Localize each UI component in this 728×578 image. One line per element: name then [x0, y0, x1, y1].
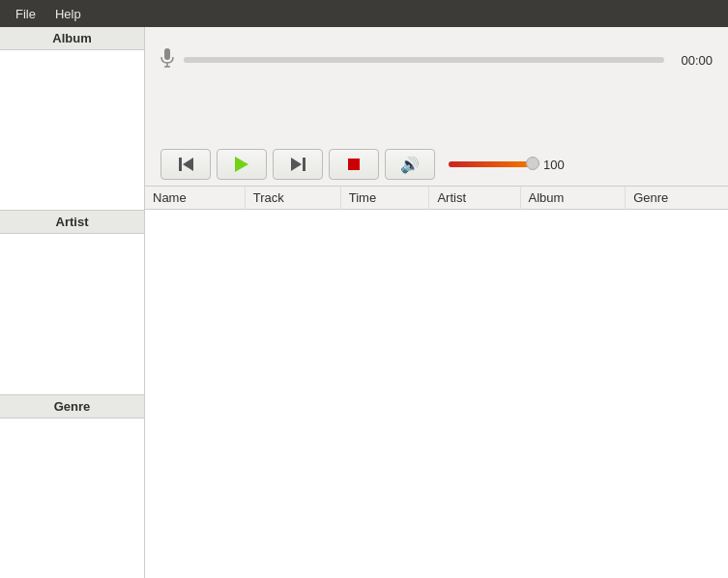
skip-next-button[interactable]: [273, 149, 323, 180]
volume-icon: 🔊: [400, 156, 420, 174]
content-area: 00:00: [145, 27, 728, 578]
col-track[interactable]: Track: [245, 187, 340, 210]
genre-section: Genre: [0, 395, 144, 578]
artist-section: Artist: [0, 211, 144, 394]
main-layout: Album Artist Genre: [0, 27, 728, 578]
artist-header: Artist: [0, 211, 144, 234]
spacer: [145, 85, 728, 143]
col-name[interactable]: Name: [145, 187, 245, 210]
col-album[interactable]: Album: [520, 187, 626, 210]
stop-icon: [348, 159, 360, 170]
play-button[interactable]: [217, 149, 267, 180]
volume-area: 100: [449, 158, 565, 172]
album-list[interactable]: [0, 50, 144, 210]
controls-bar: 🔊 100: [145, 143, 728, 186]
col-time[interactable]: Time: [340, 187, 429, 210]
album-section: Album: [0, 27, 144, 211]
skip-prev-icon: [179, 158, 193, 171]
track-table-area[interactable]: Name Track Time Artist Album Genre: [145, 186, 728, 578]
track-table: Name Track Time Artist Album Genre: [145, 187, 728, 210]
volume-button[interactable]: 🔊: [385, 149, 435, 180]
time-display: 00:00: [674, 53, 713, 68]
play-icon: [235, 157, 248, 172]
genre-header: Genre: [0, 395, 144, 419]
col-genre[interactable]: Genre: [626, 187, 728, 210]
skip-next-icon: [291, 158, 306, 171]
sidebar: Album Artist Genre: [0, 27, 145, 578]
table-header-row: Name Track Time Artist Album Genre: [145, 187, 728, 210]
volume-fill: [449, 161, 536, 167]
volume-value: 100: [543, 158, 565, 172]
album-header: Album: [0, 27, 144, 50]
progress-area: 00:00: [145, 27, 728, 85]
progress-bar[interactable]: [184, 57, 664, 63]
genre-list[interactable]: [0, 419, 144, 578]
stop-button[interactable]: [329, 149, 379, 180]
volume-handle[interactable]: [526, 157, 539, 170]
menu-help[interactable]: Help: [45, 5, 91, 23]
skip-prev-button[interactable]: [160, 149, 211, 180]
svg-rect-0: [164, 48, 170, 60]
col-artist[interactable]: Artist: [429, 187, 520, 210]
menubar: File Help: [0, 0, 728, 27]
artist-list[interactable]: [0, 234, 144, 393]
mic-icon: [160, 48, 174, 72]
volume-slider[interactable]: [449, 161, 536, 167]
menu-file[interactable]: File: [6, 5, 45, 23]
